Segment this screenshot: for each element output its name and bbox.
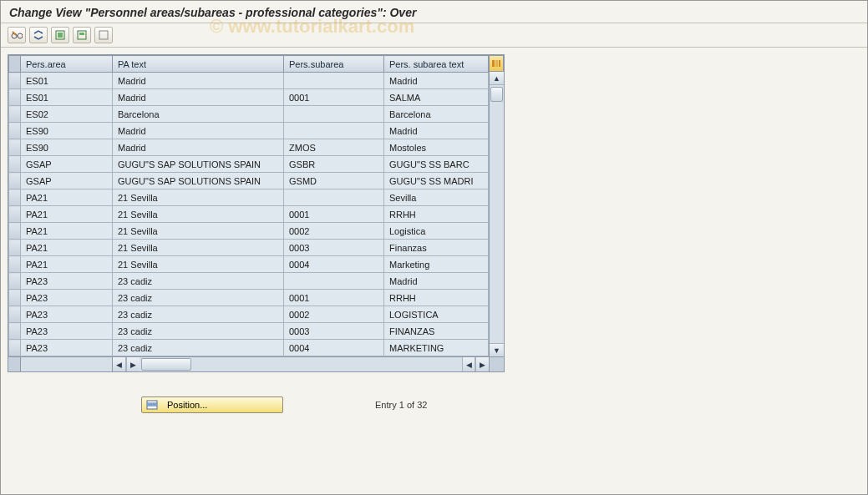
cell-pa-text[interactable]: Madrid bbox=[113, 139, 284, 156]
cell-pa-text[interactable]: Barcelona bbox=[113, 106, 284, 123]
table-row[interactable]: PA2121 SevillaSevilla bbox=[9, 189, 489, 206]
row-selector[interactable] bbox=[9, 340, 21, 356]
table-row[interactable]: PA2121 Sevilla0002Logistica bbox=[9, 223, 489, 240]
row-selector[interactable] bbox=[9, 139, 21, 156]
row-selector[interactable] bbox=[9, 123, 21, 139]
row-selector[interactable] bbox=[9, 290, 21, 306]
scroll-down-arrow[interactable]: ▼ bbox=[490, 343, 504, 356]
cell-pers-subarea[interactable]: 0002 bbox=[284, 223, 384, 240]
cell-pers-subarea[interactable]: ZMOS bbox=[284, 139, 384, 156]
table-row[interactable]: PA2323 cadiz0001RRHH bbox=[9, 290, 489, 306]
cell-pers-subarea-text[interactable]: GUGU"S SS BARC bbox=[384, 156, 489, 173]
cell-pa-text[interactable]: 21 Sevilla bbox=[113, 256, 284, 273]
scroll-thumb[interactable] bbox=[490, 87, 503, 102]
cell-pers-subarea-text[interactable]: Barcelona bbox=[384, 106, 489, 123]
cell-pers-subarea-text[interactable]: LOGISTICA bbox=[384, 306, 489, 323]
cell-pers-area[interactable]: PA23 bbox=[21, 323, 113, 340]
position-button[interactable]: Position... bbox=[141, 397, 283, 413]
row-selector[interactable] bbox=[9, 173, 21, 189]
cell-pers-subarea-text[interactable]: Madrid bbox=[384, 73, 489, 89]
cell-pers-area[interactable]: PA21 bbox=[21, 206, 113, 223]
cell-pa-text[interactable]: Madrid bbox=[113, 123, 284, 139]
cell-pers-subarea-text[interactable]: Mostoles bbox=[384, 139, 489, 156]
cell-pa-text[interactable]: 23 cadiz bbox=[113, 273, 284, 290]
row-selector[interactable] bbox=[9, 273, 21, 290]
cell-pers-area[interactable]: PA21 bbox=[21, 189, 113, 206]
cell-pers-area[interactable]: PA21 bbox=[21, 256, 113, 273]
cell-pa-text[interactable]: Madrid bbox=[113, 73, 284, 89]
cell-pers-subarea[interactable]: GSBR bbox=[284, 156, 384, 173]
cell-pa-text[interactable]: Madrid bbox=[113, 89, 284, 106]
cell-pa-text[interactable]: 21 Sevilla bbox=[113, 223, 284, 240]
hscroll-track[interactable] bbox=[140, 357, 462, 371]
cell-pers-area[interactable]: PA23 bbox=[21, 340, 113, 356]
scroll-track[interactable] bbox=[490, 85, 504, 343]
cell-pers-area[interactable]: PA23 bbox=[21, 290, 113, 306]
cell-pers-subarea-text[interactable]: Madrid bbox=[384, 123, 489, 139]
cell-pers-subarea[interactable] bbox=[284, 273, 384, 290]
cell-pers-subarea[interactable]: 0001 bbox=[284, 206, 384, 223]
table-row[interactable]: ES01Madrid0001SALMA bbox=[9, 89, 489, 106]
table-row[interactable]: PA2323 cadiz0002LOGISTICA bbox=[9, 306, 489, 323]
cell-pa-text[interactable]: 23 cadiz bbox=[113, 306, 284, 323]
select-block-button[interactable] bbox=[73, 27, 91, 43]
cell-pers-subarea-text[interactable]: Finanzas bbox=[384, 240, 489, 256]
cell-pers-subarea-text[interactable]: RRHH bbox=[384, 290, 489, 306]
table-row[interactable]: ES02BarcelonaBarcelona bbox=[9, 106, 489, 123]
vertical-scrollbar[interactable]: ▲ ▼ bbox=[489, 72, 504, 356]
cell-pers-area[interactable]: PA21 bbox=[21, 240, 113, 256]
hscroll-left-arrow-2[interactable]: ◀ bbox=[462, 357, 475, 371]
horizontal-scrollbar[interactable]: ◀ ▶ ◀ ▶ bbox=[8, 356, 504, 371]
cell-pers-subarea[interactable]: 0004 bbox=[284, 256, 384, 273]
cell-pa-text[interactable]: 21 Sevilla bbox=[113, 189, 284, 206]
table-settings-button[interactable] bbox=[489, 55, 504, 72]
table-row[interactable]: PA2121 Sevilla0003Finanzas bbox=[9, 240, 489, 256]
cell-pers-subarea[interactable] bbox=[284, 189, 384, 206]
cell-pa-text[interactable]: GUGU"S SAP SOLUTIONS SPAIN bbox=[113, 173, 284, 189]
select-all-button[interactable] bbox=[51, 27, 69, 43]
cell-pers-subarea[interactable]: GSMD bbox=[284, 173, 384, 189]
cell-pers-area[interactable]: PA23 bbox=[21, 273, 113, 290]
row-selector-header[interactable] bbox=[9, 56, 21, 73]
hscroll-right-arrow[interactable]: ▶ bbox=[126, 357, 140, 371]
cell-pers-subarea-text[interactable]: Logistica bbox=[384, 223, 489, 240]
cell-pers-subarea-text[interactable]: Sevilla bbox=[384, 189, 489, 206]
cell-pers-subarea-text[interactable]: MARKETING bbox=[384, 340, 489, 356]
row-selector[interactable] bbox=[9, 206, 21, 223]
deselect-all-button[interactable] bbox=[94, 27, 113, 43]
table-row[interactable]: PA2323 cadizMadrid bbox=[9, 273, 489, 290]
cell-pers-area[interactable]: ES01 bbox=[21, 73, 113, 89]
cell-pers-subarea[interactable]: 0001 bbox=[284, 89, 384, 106]
table-row[interactable]: ES01MadridMadrid bbox=[9, 73, 489, 89]
row-selector[interactable] bbox=[9, 240, 21, 256]
cell-pers-area[interactable]: GSAP bbox=[21, 156, 113, 173]
cell-pers-subarea[interactable]: 0001 bbox=[284, 290, 384, 306]
col-pers-subarea-text[interactable]: Pers. subarea text bbox=[384, 56, 489, 73]
cell-pa-text[interactable]: 21 Sevilla bbox=[113, 240, 284, 256]
row-selector[interactable] bbox=[9, 306, 21, 323]
table-row[interactable]: PA2121 Sevilla0004Marketing bbox=[9, 256, 489, 273]
col-pers-subarea[interactable]: Pers.subarea bbox=[284, 56, 384, 73]
cell-pers-subarea[interactable]: 0004 bbox=[284, 340, 384, 356]
cell-pers-area[interactable]: ES90 bbox=[21, 123, 113, 139]
row-selector[interactable] bbox=[9, 223, 21, 240]
cell-pers-subarea[interactable]: 0003 bbox=[284, 240, 384, 256]
cell-pers-subarea[interactable] bbox=[284, 73, 384, 89]
cell-pa-text[interactable]: 23 cadiz bbox=[113, 340, 284, 356]
cell-pers-subarea[interactable]: 0003 bbox=[284, 323, 384, 340]
hscroll-thumb[interactable] bbox=[141, 358, 191, 371]
row-selector[interactable] bbox=[9, 89, 21, 106]
row-selector[interactable] bbox=[9, 156, 21, 173]
expand-button[interactable] bbox=[29, 27, 48, 43]
cell-pers-area[interactable]: ES90 bbox=[21, 139, 113, 156]
cell-pers-subarea-text[interactable]: SALMA bbox=[384, 89, 489, 106]
cell-pers-subarea[interactable] bbox=[284, 123, 384, 139]
cell-pers-area[interactable]: PA23 bbox=[21, 306, 113, 323]
display-change-toggle-button[interactable] bbox=[8, 27, 26, 43]
row-selector[interactable] bbox=[9, 106, 21, 123]
cell-pers-subarea-text[interactable]: Marketing bbox=[384, 256, 489, 273]
cell-pers-subarea-text[interactable]: Madrid bbox=[384, 273, 489, 290]
cell-pa-text[interactable]: 23 cadiz bbox=[113, 290, 284, 306]
table-row[interactable]: ES90MadridZMOSMostoles bbox=[9, 139, 489, 156]
table-row[interactable]: PA2121 Sevilla0001RRHH bbox=[9, 206, 489, 223]
